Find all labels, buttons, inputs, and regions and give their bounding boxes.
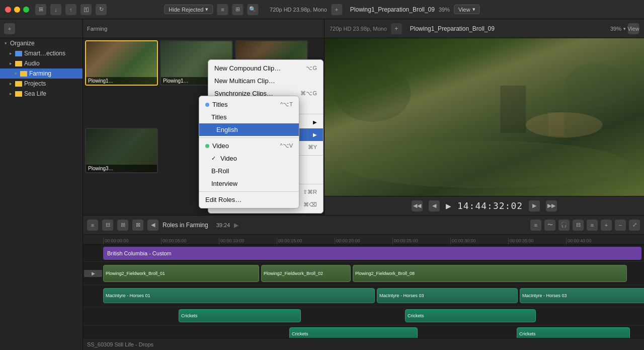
audio-label-horses-01: MacIntyre - Horses 01: [106, 293, 150, 298]
submenu-video-checked[interactable]: ✓ Video: [199, 152, 299, 165]
submenu-video-main[interactable]: Video ^⌥V: [199, 139, 299, 152]
zoom-out-icon[interactable]: −: [615, 220, 626, 231]
titlebar-left-icons: ⊞ ↓ ↑ ⚿ ↻: [35, 4, 107, 15]
add-library-icon[interactable]: +: [4, 23, 15, 34]
menu-label-new-compound: New Compound Clip…: [214, 64, 281, 72]
submenu-titles-main[interactable]: Titles ^⌥T: [199, 98, 299, 111]
title-clip[interactable]: British Columbia - Custom: [103, 247, 641, 260]
close-button[interactable]: [5, 7, 11, 13]
view-options-button[interactable]: View: [628, 23, 639, 34]
cricket-clip-2b[interactable]: Crickets: [517, 327, 630, 338]
sidebar-item-projects[interactable]: ▸ Projects: [0, 79, 83, 89]
maximize-button[interactable]: [23, 7, 29, 13]
submenu-assign-video: Titles ^⌥T Titles English Video ^⌥V: [199, 96, 299, 208]
title-clip-label: British Columbia - Custom: [107, 250, 172, 256]
ruler-35: 00:00:35:00: [508, 238, 566, 244]
filter-icon[interactable]: ⊞: [232, 4, 243, 15]
sidebar-farming-label: Farming: [29, 70, 51, 77]
clip-label-1: Plowing1…: [86, 77, 157, 85]
chevron-right-icon-sealife: ▸: [8, 91, 13, 96]
menu-new-compound[interactable]: New Compound Clip… ⌥G: [208, 62, 323, 75]
sidebar-item-farming[interactable]: ▾ Farming: [0, 68, 83, 79]
hide-rejected-button[interactable]: Hide Rejected ▾: [164, 5, 213, 14]
clip-appearance-icon[interactable]: ≡: [217, 4, 228, 15]
submenu-label-titles-main: Titles: [212, 101, 228, 108]
waveform-icon[interactable]: 〜: [544, 220, 555, 231]
play-button[interactable]: ▶: [446, 202, 451, 210]
cricket-clip-1b[interactable]: Crickets: [405, 309, 536, 322]
viewer-right-icon[interactable]: ▶▶: [546, 200, 557, 212]
timeline-view-3[interactable]: ⊠: [132, 220, 143, 231]
svg-point-2: [564, 63, 628, 108]
menu-new-multicam[interactable]: New Multicam Clip…: [208, 75, 323, 87]
audio-clip-horses-03b[interactable]: MacIntyre - Horses 03: [520, 288, 644, 303]
ruler-0: 00:00:00:00: [103, 238, 161, 244]
shortcut-reveal-finder: ⇧⌘R: [303, 189, 317, 195]
viewer-toolbar: 720p HD 23.98p, Mono + Plowing1_Preparat…: [325, 19, 644, 38]
chevron-right-icon-audio: ▸: [8, 61, 13, 66]
nav-arrow-right[interactable]: ▶: [234, 222, 238, 229]
video-clip-2[interactable]: Plowing2_Fieldwork_Broll_02: [261, 265, 351, 282]
sidebar-projects-label: Projects: [24, 80, 46, 87]
statusbar-label: SS_60309 Still Life - Drops: [87, 341, 153, 347]
add-to-timeline-btn[interactable]: +: [391, 23, 402, 34]
viewer-frame-back[interactable]: ◀: [429, 200, 440, 212]
back-nav[interactable]: ◀: [147, 220, 158, 231]
libraries-icon[interactable]: ⊞: [35, 4, 46, 15]
browser-viewer-area: Farming Plowing1… Plowing1… Plowing2…: [83, 19, 644, 216]
submenu-broll[interactable]: B-Roll: [199, 165, 299, 177]
cricket-2b-label: Crickets: [519, 331, 536, 336]
sealife-folder-icon: [15, 91, 22, 97]
sidebar: + ▾ Organize ▸ Smart…ections ▸ Audio ▾ F…: [0, 19, 83, 350]
submenu-english[interactable]: English: [199, 123, 299, 136]
cricket-clip-2a[interactable]: Crickets: [289, 327, 418, 338]
submenu-sep-1: [199, 137, 299, 138]
search-icon[interactable]: 🔍: [247, 4, 258, 15]
dual-view-icon[interactable]: ⊟: [573, 220, 584, 231]
audio-clip-horses-01[interactable]: MacIntyre - Horses 01: [103, 288, 375, 303]
video-clip-3[interactable]: Plowing2_Fieldwork_Broll_08: [353, 265, 627, 282]
audio-clip-horses-03a[interactable]: MacIntyre - Horses 03: [377, 288, 518, 303]
sidebar-item-audio[interactable]: ▸ Audio: [0, 58, 83, 68]
cricket-1a-label: Crickets: [181, 313, 198, 318]
share-icon[interactable]: ↑: [65, 4, 76, 15]
view-button[interactable]: View ▾: [454, 5, 480, 14]
sidebar-item-smart[interactable]: ▸ Smart…ections: [0, 48, 83, 58]
chevron-right-icon-projects: ▸: [8, 81, 13, 86]
sidebar-item-organize[interactable]: ▾ Organize: [0, 38, 83, 48]
clip-height-icon[interactable]: ≡: [530, 220, 541, 231]
audio-icon[interactable]: 🎧: [558, 220, 570, 231]
fullscreen-icon[interactable]: ⤢: [629, 220, 640, 231]
svg-point-0: [341, 141, 628, 188]
minimize-button[interactable]: [14, 7, 20, 13]
add-to-timeline-icon[interactable]: +: [331, 4, 342, 15]
viewer-left-icon[interactable]: ◀◀: [412, 200, 423, 212]
clip-thumb-1[interactable]: Plowing1…: [85, 40, 158, 86]
submenu-interview[interactable]: Interview: [199, 177, 299, 190]
ruler-40: 00:00:40:00: [566, 238, 624, 244]
roles-icon[interactable]: ≡: [587, 220, 598, 231]
cricket-clip-1a[interactable]: Crickets: [179, 309, 301, 322]
timeline-view-2[interactable]: ⊞: [117, 220, 128, 231]
main-content: + ▾ Organize ▸ Smart…ections ▸ Audio ▾ F…: [0, 19, 644, 350]
submenu-edit-roles[interactable]: Edit Roles…: [199, 193, 299, 206]
timeline-view-1[interactable]: ⊟: [102, 220, 113, 231]
viewer-frame-fwd[interactable]: ▶: [529, 200, 540, 212]
video-clip-3-label: Plowing2_Fieldwork_Broll_08: [355, 271, 415, 276]
background-tasks-icon[interactable]: ↻: [96, 4, 107, 15]
audio-label-horses-03a: MacIntyre - Horses 03: [379, 293, 424, 298]
media-import-icon[interactable]: ↓: [50, 4, 61, 15]
ruler-marks-container: 00:00:00:00 00:00:05:00 00:00:10:00 00:0…: [83, 235, 644, 244]
clip-thumb-4[interactable]: Plowing3…: [85, 128, 158, 173]
chevron-down-icon: ▾: [205, 6, 208, 13]
sidebar-item-sealife[interactable]: ▸ Sea Life: [0, 89, 83, 99]
video-clip-1[interactable]: Plowing2_Fieldwork_Broll_01: [103, 265, 259, 282]
key-icon[interactable]: ⚿: [80, 4, 92, 15]
timeline: ≡ ⊟ ⊞ ⊠ ◀ Roles in Farming 39:24 ▶ ≡ 〜 🎧…: [83, 216, 644, 350]
index-button[interactable]: ≡: [87, 220, 98, 231]
submenu-titles-sub[interactable]: Titles: [199, 111, 299, 123]
shortcut-move-trash: ⌘⌫: [303, 201, 317, 208]
chevron-down-icon-farming: ▾: [13, 71, 18, 76]
track-video-icon: ▶: [84, 270, 102, 277]
zoom-in-icon[interactable]: +: [601, 220, 612, 231]
